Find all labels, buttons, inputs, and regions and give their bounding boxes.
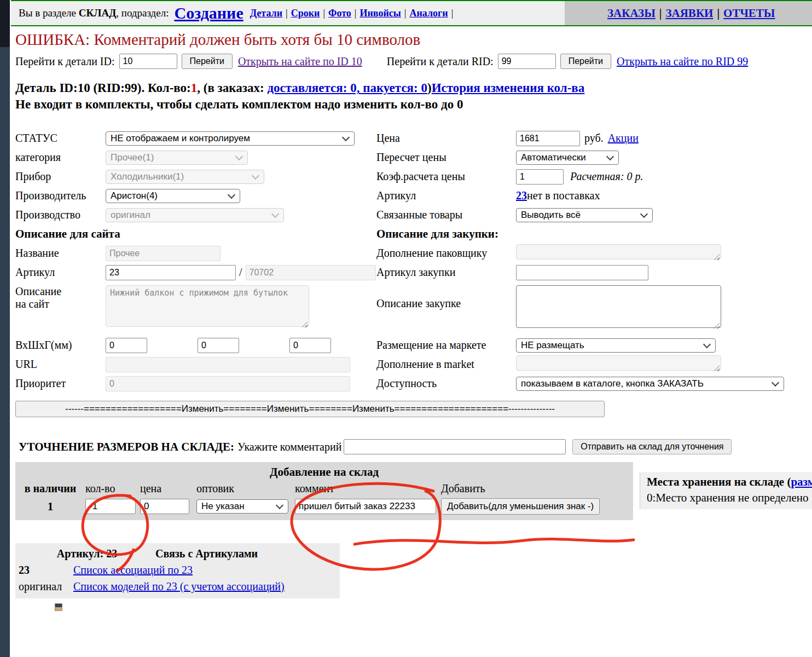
nav-link-create[interactable]: Создание bbox=[174, 4, 243, 22]
clarify-comment-input[interactable] bbox=[344, 439, 566, 454]
market-select[interactable]: НЕ размещать bbox=[516, 338, 716, 353]
send-to-warehouse-button[interactable]: Отправить на склад для уточнения bbox=[572, 439, 732, 454]
nav-link-reports[interactable]: ОТЧЕТЫ bbox=[723, 7, 775, 20]
site-description-row: Описание на сайт Нижний балкон с прижимо… bbox=[15, 282, 376, 336]
name-row: Название bbox=[15, 244, 376, 263]
storage-line: 0:Место хранения не определено bbox=[647, 491, 812, 505]
chevron-down-icon bbox=[228, 191, 235, 199]
coef-row: Коэф.расчета цены Расчетная: 0 р. bbox=[376, 167, 812, 186]
purchase-description-heading: Описание для закупки: bbox=[376, 224, 812, 244]
recalc-label: Пересчет цены bbox=[376, 151, 516, 164]
assoc-row-1: 23 Список ассоциаций по 23 bbox=[19, 564, 340, 577]
open-site-by-id-link[interactable]: Открыть на сайте по ID 10 bbox=[238, 55, 362, 68]
purchase-description-wrap bbox=[516, 285, 721, 331]
nav-link-analogs[interactable]: Аналоги bbox=[409, 8, 448, 19]
price-input[interactable] bbox=[516, 131, 580, 146]
left-edge-strip bbox=[0, 0, 10, 657]
nav-separator: | bbox=[323, 8, 325, 19]
market-select-value: НЕ размещать bbox=[521, 340, 584, 351]
nav-link-photo[interactable]: Фото bbox=[328, 8, 351, 19]
status-select-value: НЕ отображаем и контролируем bbox=[111, 133, 250, 144]
name-input bbox=[106, 246, 221, 261]
coef-input[interactable] bbox=[516, 169, 564, 185]
supply-article-link[interactable]: 23 bbox=[516, 189, 527, 202]
qty-input[interactable] bbox=[85, 499, 136, 514]
open-site-by-rid-link[interactable]: Открыть на сайте по RID 99 bbox=[617, 55, 748, 68]
add-stock-button[interactable]: Добавить(для уменьшения знак -) bbox=[441, 498, 600, 515]
site-description-label-line1: Описание bbox=[15, 285, 61, 297]
chevron-down-icon bbox=[276, 502, 283, 509]
goto-rid-input[interactable] bbox=[498, 54, 556, 69]
site-description-label-line2: на сайт bbox=[15, 298, 49, 310]
dimension-d-input[interactable] bbox=[289, 338, 331, 353]
nav-link-orders[interactable]: ЗАКАЗЫ bbox=[607, 7, 656, 20]
detail-orders-text: , (в заказах: bbox=[197, 81, 267, 95]
detail-qty-value: 1 bbox=[191, 81, 198, 95]
supply-article-label: Артикул bbox=[376, 189, 516, 202]
priority-input bbox=[106, 376, 350, 391]
device-label: Прибор bbox=[15, 170, 106, 183]
stock-price-input[interactable] bbox=[140, 499, 189, 514]
url-row: URL bbox=[15, 355, 376, 374]
stock-comment-input[interactable] bbox=[295, 499, 436, 514]
change-button[interactable]: ------==================Изменить========… bbox=[15, 401, 605, 417]
tiny-image-icon bbox=[55, 603, 62, 611]
topbar-right-nav: ЗАКАЗЫ | ЗАЯВКИ | ОТЧЕТЫ bbox=[565, 1, 812, 25]
production-select-value: оригинал bbox=[111, 210, 150, 221]
goto-id-button[interactable]: Перейти bbox=[182, 54, 233, 69]
availability-select[interactable]: показываем в каталоге, кнопка ЗАКАЗАТЬ bbox=[516, 377, 784, 391]
category-row: категория Прочее(1) bbox=[15, 148, 376, 167]
goto-rid-button[interactable]: Перейти bbox=[560, 54, 611, 69]
assoc-models-link[interactable]: Список моделей по 23 (с учетом ассоциаци… bbox=[73, 580, 285, 593]
site-description-label: Описание на сайт bbox=[15, 285, 106, 310]
promotions-link[interactable]: Акции bbox=[608, 132, 639, 145]
nav-link-requests[interactable]: ЗАЯВКИ bbox=[665, 7, 713, 20]
market-addition-row: Дополнение в market bbox=[376, 355, 812, 374]
storage-place-link[interactable]: разместить bbox=[791, 475, 812, 488]
chevron-down-icon bbox=[772, 379, 779, 387]
wholesaler-select-value: Не указан bbox=[201, 501, 245, 512]
dimension-h-input[interactable] bbox=[106, 338, 147, 353]
status-select[interactable]: НЕ отображаем и контролируем bbox=[106, 131, 355, 146]
goto-id-input[interactable] bbox=[119, 54, 177, 69]
form-left-column: СТАТУС НЕ отображаем и контролируем кате… bbox=[15, 129, 376, 393]
nav-link-details[interactable]: Детали bbox=[250, 8, 282, 19]
breadcrumb-section: СКЛАД bbox=[79, 7, 116, 19]
associations-table: Артикул: 23 Связь с Артикулами 23 Список… bbox=[15, 543, 340, 598]
assoc-list-link[interactable]: Список ассоциаций по 23 bbox=[73, 564, 193, 577]
purchase-description-textarea[interactable] bbox=[516, 285, 721, 328]
dimension-w-input[interactable] bbox=[198, 338, 239, 353]
storage-heading-text: Места хранения на складе ( bbox=[647, 475, 791, 488]
supply-article-row: Артикул 23нет в поставках bbox=[376, 186, 812, 205]
nav-link-invoices[interactable]: Инвойсы bbox=[359, 8, 401, 19]
packer-textarea bbox=[516, 244, 721, 260]
left-edge-strip-top bbox=[0, 0, 10, 47]
nav-separator: | bbox=[717, 7, 720, 20]
production-label: Производство bbox=[15, 209, 106, 221]
chevron-down-icon bbox=[703, 341, 711, 348]
market-row: Размещение на маркете НЕ размещать bbox=[376, 336, 812, 355]
status-row: СТАТУС НЕ отображаем и контролируем bbox=[15, 129, 376, 148]
nav-link-terms[interactable]: Сроки bbox=[291, 8, 320, 19]
status-label: СТАТУС bbox=[15, 132, 106, 145]
dimensions-row: ВхШхГ(мм) bbox=[15, 336, 376, 355]
wholesaler-select[interactable]: Не указан bbox=[196, 499, 288, 514]
recalc-select[interactable]: Автоматически bbox=[516, 151, 619, 165]
production-row: Производство оригинал bbox=[15, 205, 376, 224]
col-qty: кол-во bbox=[85, 482, 140, 495]
purchase-article-input[interactable] bbox=[516, 265, 648, 280]
article-input[interactable] bbox=[106, 265, 236, 280]
production-select: оригинал bbox=[106, 208, 284, 222]
device-row: Прибор Холодильники(1) bbox=[15, 167, 376, 186]
orders-status-link[interactable]: доставляется: 0, пакуется: 0 bbox=[267, 81, 427, 95]
qty-history-link[interactable]: История изменения кол-ва bbox=[432, 81, 585, 95]
manufacturer-row: Производитель Аристон(4) bbox=[15, 186, 376, 205]
market-label: Размещение на маркете bbox=[376, 339, 516, 351]
availability-select-value: показываем в каталоге, кнопка ЗАКАЗАТЬ bbox=[521, 378, 704, 389]
availability-label: Доступность bbox=[376, 377, 516, 390]
related-select[interactable]: Выводить всё bbox=[516, 208, 653, 222]
priority-row: Приоритет bbox=[15, 374, 376, 393]
manufacturer-select[interactable]: Аристон(4) bbox=[106, 189, 240, 203]
col-price: цена bbox=[140, 482, 196, 495]
storage-box: Места хранения на складе (разместить 0:М… bbox=[640, 472, 812, 509]
